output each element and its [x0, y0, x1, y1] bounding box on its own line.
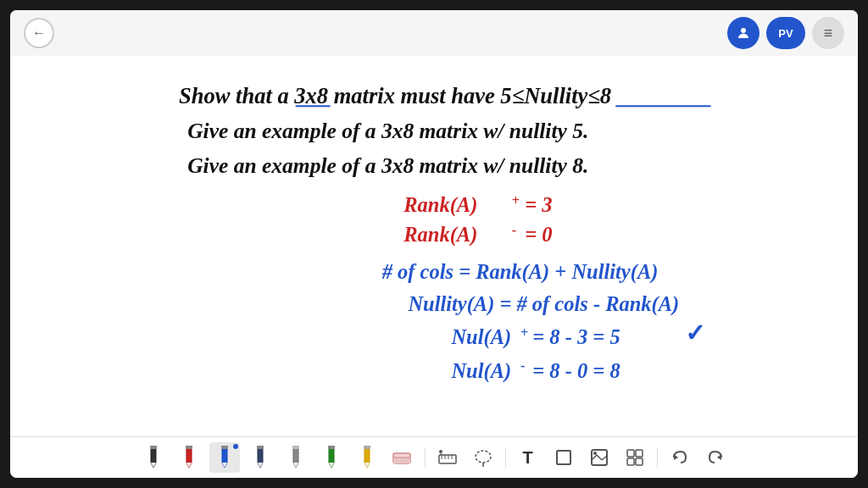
- svg-marker-65: [717, 454, 721, 460]
- svg-rect-26: [186, 446, 192, 449]
- back-button[interactable]: ←: [24, 18, 54, 48]
- svg-rect-62: [627, 458, 634, 465]
- svg-text:Nullity(A) = # of cols - Rank(: Nullity(A) = # of cols - Rank(A): [407, 292, 679, 316]
- toolbar-separator-1: [425, 447, 426, 468]
- svg-marker-40: [364, 463, 370, 468]
- text-tool-icon: T: [522, 448, 532, 468]
- svg-text:= 8 - 0 = 8: = 8 - 0 = 8: [532, 359, 620, 382]
- svg-text:Rank(A): Rank(A): [403, 223, 477, 247]
- undo-button[interactable]: [665, 442, 695, 473]
- svg-rect-29: [221, 446, 228, 449]
- svg-line-57: [597, 455, 602, 460]
- svg-text:= 8 - 3 = 5: = 8 - 3 = 5: [532, 325, 620, 348]
- user-icon-button[interactable]: [727, 17, 760, 49]
- svg-marker-22: [151, 463, 156, 468]
- svg-text:✓: ✓: [685, 319, 705, 347]
- svg-point-50: [439, 450, 442, 453]
- svg-marker-34: [293, 463, 298, 468]
- person-icon: [736, 25, 751, 41]
- svg-text:Give an example of a 3x8 matri: Give an example of a 3x8 matrix w/ nulli…: [187, 119, 588, 143]
- pencil-yellow-tool[interactable]: [352, 442, 382, 473]
- svg-rect-63: [636, 458, 643, 465]
- lasso-tool[interactable]: [468, 442, 498, 473]
- pencil-blue-tool[interactable]: [209, 442, 240, 473]
- svg-point-59: [593, 452, 597, 455]
- svg-rect-23: [150, 446, 157, 449]
- pencil-dark-tool[interactable]: [245, 442, 275, 473]
- pencil-green-tool[interactable]: [316, 442, 347, 473]
- svg-text:-: -: [520, 358, 525, 374]
- main-container: ← PV ≡ Show that a 3x8 matrix must have …: [10, 10, 858, 478]
- svg-text:# of cols = Rank(A) + Nullity(: # of cols = Rank(A) + Nullity(A): [381, 260, 659, 284]
- top-right-controls: PV ≡: [727, 17, 844, 49]
- shape-rect-tool[interactable]: [548, 442, 579, 473]
- svg-rect-38: [328, 446, 335, 449]
- pencil-gray-tool[interactable]: [281, 442, 311, 473]
- svg-marker-37: [329, 463, 334, 468]
- menu-button[interactable]: ≡: [812, 17, 844, 49]
- svg-text:= 3: = 3: [525, 193, 552, 216]
- toolbar-separator-3: [657, 447, 658, 468]
- eraser-tool[interactable]: [387, 442, 418, 473]
- svg-rect-35: [292, 446, 299, 449]
- grid-tool[interactable]: [620, 442, 650, 473]
- svg-text:Show that a  3x8  matrix  must: Show that a 3x8 matrix must have 5≤Nulli…: [179, 83, 611, 108]
- bottom-toolbar: T: [10, 436, 858, 478]
- active-indicator: [233, 444, 238, 449]
- svg-text:Rank(A): Rank(A): [403, 193, 477, 217]
- svg-point-0: [741, 28, 746, 33]
- svg-text:Nul(A): Nul(A): [450, 325, 511, 349]
- pv-label: PV: [778, 27, 793, 40]
- image-tool[interactable]: [584, 442, 615, 473]
- svg-rect-61: [636, 450, 643, 457]
- svg-rect-41: [364, 446, 370, 449]
- svg-point-52: [476, 451, 491, 463]
- handwriting-canvas[interactable]: Show that a 3x8 matrix must have 5≤Nulli…: [10, 56, 858, 436]
- toolbar-separator-2: [505, 447, 506, 468]
- back-icon: ←: [32, 25, 46, 41]
- svg-rect-60: [627, 450, 634, 457]
- content-area: Show that a 3x8 matrix must have 5≤Nulli…: [10, 56, 858, 436]
- top-bar: ← PV ≡: [10, 10, 858, 56]
- svg-text:Nul(A): Nul(A): [450, 359, 511, 383]
- text-tool[interactable]: T: [513, 442, 543, 473]
- svg-text:Give an example of a 3x8 matri: Give an example of a 3x8 matrix w/ nulli…: [187, 153, 588, 178]
- svg-text:= 0: = 0: [525, 223, 552, 246]
- svg-marker-64: [674, 454, 678, 460]
- svg-marker-28: [222, 463, 227, 468]
- menu-icon: ≡: [824, 25, 833, 42]
- pencil-red-tool[interactable]: [174, 442, 204, 473]
- pv-button[interactable]: PV: [766, 17, 805, 49]
- svg-rect-54: [557, 451, 570, 464]
- svg-marker-31: [258, 463, 263, 468]
- svg-text:-: -: [512, 222, 516, 238]
- svg-rect-32: [257, 446, 264, 449]
- pencil-black-tool[interactable]: [138, 442, 169, 473]
- svg-marker-25: [186, 463, 192, 468]
- redo-button[interactable]: [700, 442, 731, 473]
- svg-text:+: +: [520, 324, 528, 341]
- svg-text:+: +: [512, 192, 520, 208]
- canvas-svg: Show that a 3x8 matrix must have 5≤Nulli…: [10, 56, 858, 436]
- svg-rect-43: [393, 458, 410, 463]
- ruler-tool[interactable]: [432, 442, 463, 473]
